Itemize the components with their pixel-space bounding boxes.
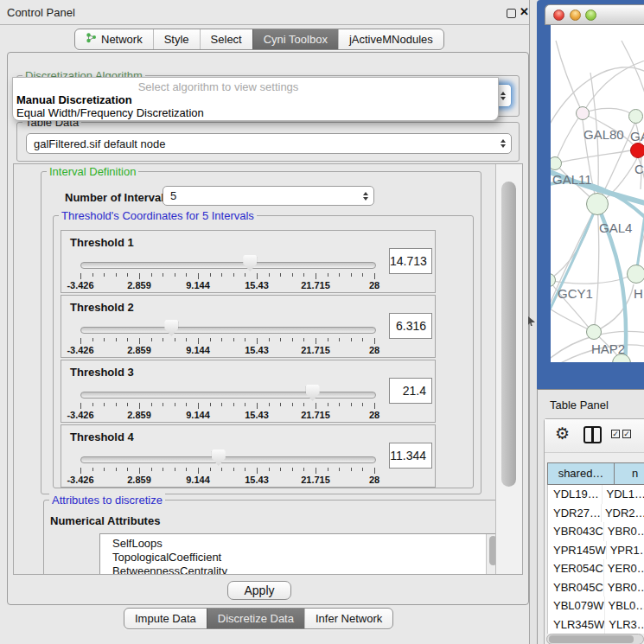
minimize-traffic-light-icon[interactable]: [570, 10, 581, 21]
table-panel-body: ⚙ ✓ ✓ shared… n YDL19…YDL1…YDR27…YDR2…YB…: [544, 418, 644, 644]
threshold-panel: Threshold 2 6.316 -3.4262.8599.14415.432…: [61, 295, 436, 358]
scale-label: 28: [369, 410, 379, 420]
tab-label: Impute Data: [135, 609, 196, 628]
table-data-group: Table Data galFiltered.sif default node: [16, 122, 520, 162]
table-rows: YDL19…YDL1…YDR27…YDR2…YBR043CYBR0…YPR145…: [547, 485, 644, 634]
scrollbar-thumb[interactable]: [549, 635, 634, 643]
slider-thumb[interactable]: [306, 385, 320, 401]
algorithm-item[interactable]: Manual Discretization: [13, 93, 498, 106]
scale-label: 15.43: [245, 280, 269, 290]
close-icon[interactable]: ✕: [520, 5, 529, 18]
scale-label: 15.43: [245, 410, 269, 420]
table-row[interactable]: YBL079WYBL0…: [548, 596, 644, 615]
threshold-value-field[interactable]: 6.316: [389, 313, 432, 339]
slider-track[interactable]: [80, 392, 376, 399]
attribute-item[interactable]: SelfLoops: [100, 537, 500, 551]
table-row[interactable]: YER054CYER0…: [548, 559, 644, 578]
slider-track[interactable]: [80, 262, 376, 269]
node-label: GAL80: [583, 127, 624, 142]
threshold-value-field[interactable]: 21.4: [389, 378, 432, 404]
scale-label: -3.426: [67, 345, 93, 355]
attributes-group-title: Attributes to discretize: [49, 494, 165, 507]
table-header-row: shared… n: [547, 462, 644, 485]
scrollbar-thumb[interactable]: [501, 182, 516, 487]
tab-network[interactable]: Network: [75, 29, 153, 49]
network-node[interactable]: [586, 324, 602, 340]
table-row[interactable]: YPR145WYPR1…: [548, 541, 644, 560]
algorithm-item[interactable]: Equal Width/Frequency Discretization: [13, 106, 498, 119]
scale-label: 28: [369, 280, 379, 290]
column-header-name[interactable]: n: [615, 463, 644, 484]
threshold-value-field[interactable]: 11.344: [389, 443, 432, 469]
apply-button[interactable]: Apply: [227, 581, 291, 600]
gear-icon[interactable]: ⚙: [555, 424, 570, 443]
attribute-item[interactable]: TopologicalCoefficient: [100, 551, 500, 564]
threshold-label: Threshold 4: [70, 430, 134, 443]
attribute-item[interactable]: BetweennessCentrality: [100, 564, 500, 575]
columns-icon[interactable]: [583, 426, 602, 443]
number-of-intervals-combo[interactable]: 5: [163, 186, 374, 206]
threshold-panel: Threshold 1 14.713 -3.4262.8599.14415.43…: [61, 230, 436, 293]
combo-stepper-icon: [363, 191, 368, 201]
threshold-label: Threshold 3: [70, 366, 134, 379]
tab-jactivemnodules[interactable]: jActiveMNodules: [338, 29, 443, 49]
interval-definition-group: Interval Definition Number of Intervals …: [41, 171, 481, 494]
slider-thumb[interactable]: [243, 255, 257, 271]
table-row[interactable]: YDR27…YDR2…: [548, 504, 644, 523]
tab-select[interactable]: Select: [200, 29, 252, 49]
network-node[interactable]: [627, 265, 644, 284]
scale-label: 2.859: [127, 410, 151, 420]
zoom-traffic-light-icon[interactable]: [585, 10, 596, 21]
slider-track[interactable]: [80, 456, 376, 463]
slider-thumb[interactable]: [212, 450, 226, 466]
scale-label: 9.144: [186, 345, 210, 355]
tab-cyni-toolbox[interactable]: Cyni Toolbox: [252, 29, 338, 49]
threshold-label: Threshold 1: [70, 236, 134, 249]
checkbox-icon[interactable]: ✓: [611, 430, 620, 438]
network-canvas[interactable]: GAL80GACGAL11GAL4GCY1HHAP2: [551, 25, 644, 362]
node-table: shared… n YDL19…YDL1…YDR27…YDR2…YBR043CY…: [547, 462, 644, 634]
slider-track[interactable]: [80, 327, 376, 334]
scale-label: -3.426: [67, 475, 93, 485]
table-row[interactable]: YLR345WYLR3…: [548, 615, 644, 634]
float-window-icon[interactable]: [507, 9, 516, 18]
table-panel-title: Table Panel: [550, 399, 609, 411]
algorithm-prompt-item[interactable]: Select algorithm to view settings: [13, 80, 498, 93]
settings-scrollpane: Interval Definition Number of Intervals …: [13, 163, 523, 575]
table-row[interactable]: YDL19…YDL1…: [548, 485, 644, 504]
tab-style[interactable]: Style: [153, 29, 200, 49]
tab-infer-network[interactable]: Infer Network: [304, 609, 392, 628]
threshold-value-field[interactable]: 14.713: [389, 248, 432, 274]
table-data-combo[interactable]: galFiltered.sif default node: [26, 133, 512, 154]
tab-impute-data[interactable]: Impute Data: [124, 609, 207, 628]
scale-label: 21.715: [301, 345, 330, 355]
threshold-label: Threshold 2: [70, 301, 134, 314]
scale-label: 2.859: [127, 475, 151, 485]
scale-label: 21.715: [301, 475, 330, 485]
tab-discretize-data[interactable]: Discretize Data: [207, 609, 304, 628]
slider-thumb[interactable]: [164, 320, 178, 336]
node-label: H: [634, 286, 643, 301]
node-label: GA: [630, 129, 644, 143]
network-node[interactable]: [628, 109, 643, 124]
scale-label: 9.144: [186, 475, 210, 485]
scale-label: 15.43: [245, 475, 269, 485]
column-header-shared-name[interactable]: shared…: [548, 463, 615, 484]
scale-label: 15.43: [245, 345, 269, 355]
cyni-toolbox-panel: Discretization Algorithm Select algorith…: [7, 52, 529, 605]
tab-label: Cyni Toolbox: [264, 30, 328, 49]
table-hscrollbar[interactable]: [546, 634, 644, 644]
number-of-intervals-label: Number of Intervals: [65, 191, 170, 204]
network-node[interactable]: [586, 193, 609, 215]
thresholds-group: Threshold's Coordinates for 5 Intervals …: [53, 215, 474, 488]
network-window-titlebar[interactable]: [545, 4, 644, 25]
table-row[interactable]: YBR043CYBR0…: [548, 522, 644, 541]
checkbox-icon[interactable]: ✓: [622, 430, 631, 438]
close-traffic-light-icon[interactable]: [553, 10, 564, 21]
network-node[interactable]: [630, 143, 644, 158]
network-node[interactable]: [576, 106, 590, 120]
table-row[interactable]: YBR045CYBR0…: [548, 578, 644, 597]
node-label: GCY1: [558, 286, 593, 301]
scale-label: 9.144: [186, 280, 210, 290]
settings-scrollbar[interactable]: [495, 164, 522, 574]
